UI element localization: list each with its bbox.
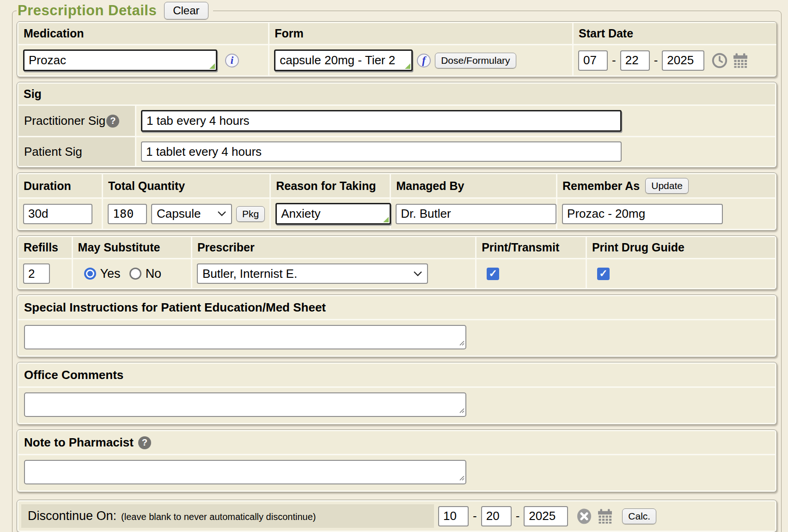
substitute-yes-label[interactable]: Yes xyxy=(100,267,121,281)
substitute-no-label[interactable]: No xyxy=(146,267,162,281)
drug-info-icon[interactable]: i xyxy=(225,54,239,67)
chevron-down-icon xyxy=(413,271,422,277)
date-separator: - xyxy=(654,53,658,67)
date-separator: - xyxy=(612,53,616,67)
formulary-icon[interactable]: f xyxy=(417,54,431,67)
form-autocomplete xyxy=(274,49,413,71)
dose-formulary-button[interactable]: Dose/Formulary xyxy=(435,53,516,68)
substitute-no-radio[interactable] xyxy=(129,268,141,280)
discontinue-month-input[interactable] xyxy=(438,506,469,526)
fieldset-legend: Prescription Details Clear xyxy=(17,2,213,19)
date-separator: - xyxy=(473,509,477,523)
practitioner-sig-input[interactable] xyxy=(141,110,622,132)
pkg-button[interactable]: Pkg xyxy=(236,206,265,222)
refills-header: Refills xyxy=(18,237,72,258)
reason-autocomplete xyxy=(275,203,391,225)
remember-as-input[interactable] xyxy=(562,204,723,224)
remember-as-header: Remember As Update xyxy=(557,174,775,197)
duration-header: Duration xyxy=(18,174,102,197)
duration-panel: Duration Total Quantity Reason for Takin… xyxy=(17,172,777,231)
prescriber-header: Prescriber xyxy=(192,237,475,258)
office-comments-panel: Office Comments xyxy=(17,362,777,425)
print-transmit-header: Print/Transmit xyxy=(476,237,586,258)
start-day-input[interactable] xyxy=(620,50,650,71)
patient-sig-label: Patient Sig xyxy=(18,137,135,166)
start-date-calendar-icon[interactable] xyxy=(732,52,749,69)
refills-panel: Refills May Substitute Prescriber Print/… xyxy=(17,235,777,290)
discontinue-label: Discontinue On: (leave blank to never au… xyxy=(21,504,434,528)
clock-icon[interactable] xyxy=(711,52,728,69)
managed-by-header: Managed By xyxy=(391,174,556,197)
form-input[interactable] xyxy=(274,49,413,71)
reason-header: Reason for Taking xyxy=(271,174,390,197)
patient-sig-input[interactable] xyxy=(141,141,622,162)
start-year-input[interactable] xyxy=(662,50,704,71)
medication-input[interactable] xyxy=(23,49,217,71)
clear-date-icon[interactable] xyxy=(576,508,593,525)
special-instructions-panel: Special Instructions for Patient Educati… xyxy=(17,294,777,357)
total-quantity-input[interactable] xyxy=(108,204,147,224)
practitioner-sig-label: Practitioner Sig ? xyxy=(18,106,135,136)
sig-panel: Sig Practitioner Sig ? Patient Sig xyxy=(17,82,777,168)
practitioner-sig-help-icon[interactable]: ? xyxy=(106,115,119,128)
total-quantity-header: Total Quantity xyxy=(103,174,269,197)
medication-autocomplete xyxy=(23,49,217,71)
reason-input[interactable] xyxy=(275,203,391,225)
note-to-pharmacist-textarea[interactable] xyxy=(24,460,466,484)
date-separator: - xyxy=(516,509,520,523)
note-to-pharmacist-help-icon[interactable]: ? xyxy=(138,436,151,449)
resize-handle-icon[interactable] xyxy=(458,407,464,415)
note-to-pharmacist-panel: Note to Pharmacist ? xyxy=(17,429,777,492)
quantity-unit-select[interactable]: Capsule xyxy=(151,204,232,224)
start-date-header: Start Date xyxy=(574,23,777,44)
special-instructions-textarea[interactable] xyxy=(24,325,466,349)
print-transmit-checkbox[interactable]: ✓ xyxy=(487,268,499,280)
update-button[interactable]: Update xyxy=(645,178,689,194)
start-month-input[interactable] xyxy=(578,50,608,71)
sig-header: Sig xyxy=(18,84,775,104)
clear-button[interactable]: Clear xyxy=(164,2,208,19)
calc-button[interactable]: Calc. xyxy=(622,508,656,524)
print-drug-guide-header: Print Drug Guide xyxy=(587,237,775,258)
duration-input[interactable] xyxy=(23,204,92,224)
office-comments-textarea[interactable] xyxy=(24,392,466,417)
prescriber-select[interactable]: Butler, Internist E. xyxy=(197,263,428,284)
refills-input[interactable] xyxy=(23,263,50,284)
resize-handle-icon[interactable] xyxy=(458,474,464,483)
managed-by-input[interactable] xyxy=(396,204,556,224)
print-drug-guide-checkbox[interactable]: ✓ xyxy=(597,268,610,280)
resize-handle-icon[interactable] xyxy=(458,339,464,348)
chevron-down-icon xyxy=(217,211,226,217)
substitute-yes-radio[interactable] xyxy=(84,268,96,280)
discontinue-calendar-icon[interactable] xyxy=(597,508,613,525)
office-comments-header: Office Comments xyxy=(18,364,775,386)
special-instructions-header: Special Instructions for Patient Educati… xyxy=(18,296,775,319)
medication-panel: Medication Form Start Date i f Dose/Form… xyxy=(17,21,777,77)
form-header: Form xyxy=(269,23,572,44)
page-title: Prescription Details xyxy=(18,2,157,19)
discontinue-day-input[interactable] xyxy=(481,506,512,526)
medication-header: Medication xyxy=(18,23,268,44)
may-substitute-header: May Substitute xyxy=(73,237,191,258)
note-to-pharmacist-header: Note to Pharmacist ? xyxy=(18,431,775,454)
discontinue-year-input[interactable] xyxy=(524,506,568,526)
prescription-details-fieldset: Prescription Details Clear Medication Fo… xyxy=(12,2,782,532)
discontinue-panel: Discontinue On: (leave blank to never au… xyxy=(17,500,777,532)
